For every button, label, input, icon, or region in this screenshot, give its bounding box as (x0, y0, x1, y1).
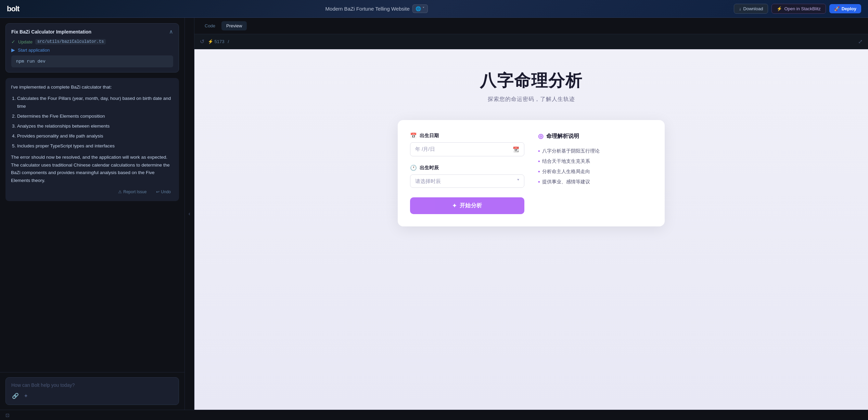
deploy-button[interactable]: 🚀 Deploy (829, 4, 861, 13)
bazi-card: 📅 出生日期 年 /月/日 📆 🕐 出生时辰 (398, 120, 665, 226)
ai-message: I've implemented a complete BaZi calcula… (5, 78, 179, 201)
bazi-info: ◎ 命理解析说明 八字分析基于阴阳五行理论 结合天干地支生克关系 分析命主人生格… (538, 132, 652, 214)
deploy-label: Deploy (842, 6, 856, 11)
report-issue-button[interactable]: ⚠ Report Issue (115, 188, 149, 196)
preview-bar: ↺ ⚡ 5173 / ⤢ (194, 34, 868, 49)
message-actions: ⚠ Report Issue ↩ Undo (11, 188, 174, 196)
globe-button[interactable]: 🌐 ˅ (412, 4, 428, 13)
code-text: npm run dev (16, 59, 46, 64)
code-block: npm run dev (11, 55, 173, 67)
task-card-header: Fix BaZi Calculator Implementation ∧ (11, 28, 173, 35)
url-separator: / (228, 39, 229, 44)
bolt-logo: bolt (7, 4, 19, 13)
date-placeholder: 年 /月/日 (415, 146, 435, 153)
chat-scroll: Fix BaZi Calculator Implementation ∧ ✓ U… (0, 18, 184, 372)
collapse-button[interactable]: ∧ (169, 28, 173, 35)
report-icon: ⚠ (118, 189, 122, 194)
list-item-1: Calculates the Four Pillars (year, month… (17, 95, 174, 110)
clock-icon: 🕐 (410, 165, 417, 171)
report-label: Report Issue (123, 189, 146, 194)
analyze-icon: ✦ (452, 202, 457, 209)
birth-time-label: 出生时辰 (420, 165, 439, 171)
nav-center: Modern BaZi Fortune Telling Website 🌐 ˅ (326, 4, 428, 13)
task-update-label: Update (18, 39, 33, 44)
stackblitz-label: Open in StackBlitz (784, 6, 820, 11)
bottom-bar: ⊡ (0, 410, 868, 420)
sparkle-button[interactable]: ✦ (23, 392, 29, 400)
list-item-5: Includes proper TypeScript types and int… (17, 142, 174, 150)
calendar-icon: 📅 (410, 132, 417, 139)
bazi-title: 八字命理分析 (480, 70, 583, 92)
info-item-2: 结合天干地支生克关系 (538, 156, 652, 167)
list-item-4: Provides personality and life path analy… (17, 132, 174, 140)
task-item-update: ✓ Update src/utils/baziCalculator.ts (11, 39, 173, 44)
task-file-path: src/utils/baziCalculator.ts (35, 39, 106, 44)
preview-content: 八字命理分析 探索您的命运密码，了解人生轨迹 📅 出生日期 年 /月/日 📆 (194, 49, 868, 410)
bazi-app: 八字命理分析 探索您的命运密码，了解人生轨迹 📅 出生日期 年 /月/日 📆 (194, 49, 868, 410)
undo-label: Undo (161, 189, 171, 194)
download-button[interactable]: ↓ Download (734, 4, 768, 14)
analyze-label: 开始分析 (460, 202, 482, 209)
list-item-3: Analyzes the relationships between eleme… (17, 122, 174, 130)
analyze-button[interactable]: ✦ 开始分析 (410, 197, 524, 214)
undo-button[interactable]: ↩ Undo (153, 188, 174, 196)
top-navigation: bolt Modern BaZi Fortune Telling Website… (0, 0, 868, 18)
ai-conclusion: The error should now be resolved, and th… (11, 154, 174, 185)
stackblitz-button[interactable]: ⚡ Open in StackBlitz (771, 4, 826, 14)
info-item-3: 分析命主人生格局走向 (538, 167, 652, 177)
input-placeholder: How can Bolt help you today? (11, 382, 173, 388)
date-input-wrapper[interactable]: 年 /月/日 📆 (410, 142, 524, 156)
time-select[interactable]: 请选择时辰 子时 (23:00-01:00)丑时 (01:00-03:00)寅时… (410, 174, 524, 188)
birth-time-label-row: 🕐 出生时辰 (410, 165, 524, 171)
time-select-wrapper: 请选择时辰 子时 (23:00-01:00)丑时 (01:00-03:00)寅时… (410, 174, 524, 188)
project-title: Modern BaZi Fortune Telling Website (326, 6, 410, 12)
bazi-subtitle: 探索您的命运密码，了解人生轨迹 (488, 96, 575, 103)
left-panel: Fix BaZi Calculator Implementation ∧ ✓ U… (0, 18, 185, 410)
info-item-1: 八字分析基于阴阳五行理论 (538, 146, 652, 156)
info-icon: ◎ (538, 132, 544, 140)
tab-code[interactable]: Code (200, 21, 220, 30)
task-start-label: Start application (18, 48, 50, 53)
info-list: 八字分析基于阴阳五行理论 结合天干地支生克关系 分析命主人生格局走向 提供事业、… (538, 146, 652, 187)
globe-icon: 🌐 (416, 6, 421, 11)
ai-intro: I've implemented a complete BaZi calcula… (11, 83, 174, 91)
birth-date-label: 出生日期 (420, 133, 439, 139)
main-content: Fix BaZi Calculator Implementation ∧ ✓ U… (0, 18, 868, 410)
chevron-down-icon: ˅ (422, 6, 425, 11)
terminal-icon: ▶ (11, 47, 15, 53)
chat-input-box[interactable]: How can Bolt help you today? 🔗 ✦ (5, 377, 179, 405)
input-action-icons: 🔗 ✦ (11, 392, 173, 400)
port-badge: ⚡ 5173 (208, 39, 225, 44)
download-icon: ↓ (739, 6, 741, 11)
stackblitz-icon: ⚡ (777, 6, 782, 11)
check-icon: ✓ (11, 39, 15, 44)
reload-icon[interactable]: ↺ (200, 38, 204, 45)
info-section-header: ◎ 命理解析说明 (538, 132, 652, 140)
deploy-icon: 🚀 (834, 6, 840, 11)
task-card: Fix BaZi Calculator Implementation ∧ ✓ U… (5, 23, 179, 73)
expand-icon[interactable]: ⤢ (858, 38, 863, 45)
birth-date-label-row: 📅 出生日期 (410, 132, 524, 139)
info-section-title-text: 命理解析说明 (546, 133, 579, 140)
nav-actions: ↓ Download ⚡ Open in StackBlitz 🚀 Deploy (734, 4, 861, 14)
task-item-start: ▶ Start application (11, 47, 173, 53)
toggle-icon: ‹ (189, 211, 190, 217)
info-item-4: 提供事业、感情等建议 (538, 177, 652, 187)
link-button[interactable]: 🔗 (11, 392, 20, 400)
list-item-2: Determines the Five Elements composition (17, 113, 174, 120)
right-panel: Code Preview ↺ ⚡ 5173 / ⤢ 八字命理分析 探索您的命运密… (194, 18, 868, 410)
tab-preview[interactable]: Preview (221, 21, 247, 30)
download-label: Download (743, 6, 763, 11)
calendar-picker-icon: 📆 (513, 146, 519, 153)
panel-toggle[interactable]: ‹ (185, 18, 194, 410)
preview-toolbar: Code Preview (194, 18, 868, 34)
task-card-title: Fix BaZi Calculator Implementation (11, 29, 91, 35)
ai-list: Calculates the Four Pillars (year, month… (11, 95, 174, 150)
bazi-form: 📅 出生日期 年 /月/日 📆 🕐 出生时辰 (410, 132, 524, 214)
layout-icon[interactable]: ⊡ (5, 412, 10, 418)
preview-tabs: Code Preview (200, 21, 247, 30)
undo-icon: ↩ (156, 189, 159, 194)
input-area: How can Bolt help you today? 🔗 ✦ (0, 372, 184, 410)
